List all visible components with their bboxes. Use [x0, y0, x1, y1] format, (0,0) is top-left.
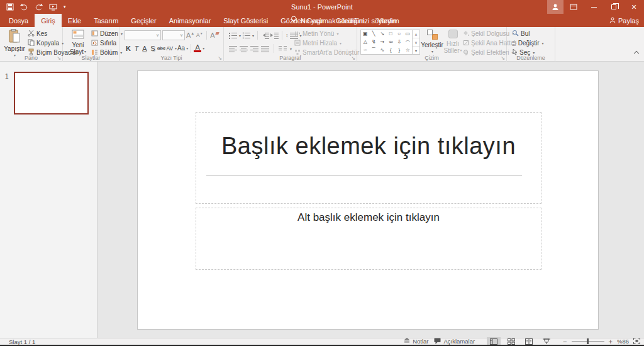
bold-button[interactable]: K [125, 43, 132, 53]
shape-glyph[interactable]: △ [361, 38, 370, 47]
shape-glyph[interactable]: □ [387, 30, 396, 38]
group-label-slides: Slaytlar [63, 55, 119, 61]
columns-icon[interactable] [279, 45, 287, 52]
bullets-icon[interactable] [229, 32, 237, 39]
shape-glyph[interactable]: ○ [395, 30, 404, 38]
shape-glyph[interactable]: ↘ [378, 30, 387, 38]
reset-button[interactable]: Sıfırla [91, 38, 123, 48]
close-button[interactable]: × [624, 0, 644, 14]
fit-to-window-icon[interactable] [633, 338, 640, 345]
gallery-down-icon[interactable]: ∨ [413, 38, 419, 47]
tab-dosya[interactable]: Dosya [3, 14, 35, 27]
shape-glyph[interactable]: ∽ [361, 46, 370, 54]
text-shadow-button[interactable]: S [149, 43, 157, 53]
restore-button[interactable] [604, 0, 624, 14]
font-name-select[interactable]: ∨ [125, 30, 161, 40]
shape-glyph[interactable]: ☆ [404, 46, 413, 54]
shape-glyph[interactable]: ▣ [361, 30, 370, 38]
shape-glyph[interactable]: ▭ [404, 30, 413, 38]
select-dropdown-icon: ▾ [533, 50, 535, 55]
decrease-indent-icon[interactable] [261, 32, 269, 39]
underline-button[interactable]: A [141, 43, 148, 53]
font-dialog-launcher[interactable]: ↘ [218, 56, 222, 61]
clear-formatting-button[interactable]: A [210, 31, 218, 40]
zoom-level[interactable]: %86 [617, 338, 629, 345]
text-direction-button[interactable]: Metin Yönü ▾ [294, 29, 364, 38]
increase-font-size-button[interactable]: A▲ [186, 31, 194, 40]
tab-slayt-gosterisi[interactable]: Slayt Gösterisi [217, 14, 274, 27]
start-slideshow-icon[interactable] [49, 4, 57, 11]
increase-indent-icon[interactable] [270, 32, 279, 39]
gallery-more-icon[interactable]: ▾ [413, 47, 419, 54]
slide[interactable]: Başlık eklemek için tıklayın Alt başlık … [137, 70, 599, 330]
shape-glyph[interactable]: ⇦ [387, 38, 396, 47]
tell-me-label: Ne yapmak istediğinizi söyleyin [301, 17, 396, 25]
quick-styles-button[interactable]: Hızlı Stiller▾ [443, 30, 463, 54]
zoom-out-button[interactable]: − [563, 338, 567, 345]
shape-glyph[interactable]: ◠ [404, 38, 413, 47]
arrange-button[interactable]: Yerleştir ▾ [421, 30, 443, 55]
strikethrough-button[interactable]: abc [157, 43, 165, 53]
undo-icon[interactable] [20, 4, 28, 11]
layout-button[interactable]: Düzen ▾ [91, 29, 123, 38]
find-button[interactable]: Bul [512, 29, 544, 38]
text-direction-dropdown-icon: ▾ [336, 31, 338, 36]
align-text-button[interactable]: Metni Hizala ▾ [294, 38, 364, 48]
tab-tasarim[interactable]: Tasarım [87, 14, 125, 27]
shape-glyph[interactable]: ⌒ [370, 46, 379, 54]
customize-qat-icon[interactable]: ▾ [64, 4, 66, 9]
collapse-ribbon-icon[interactable] [635, 47, 638, 58]
clipboard-dialog-launcher[interactable]: ↘ [57, 56, 61, 61]
save-icon[interactable] [6, 3, 14, 11]
comments-button[interactable]: Açıklamalar [434, 338, 475, 345]
arrange-icon [427, 30, 438, 40]
shape-glyph[interactable]: } [395, 46, 404, 54]
shape-glyph[interactable]: ⇝ [378, 38, 387, 47]
numbering-icon[interactable] [242, 32, 250, 39]
search-icon [512, 30, 519, 38]
redo-icon[interactable] [35, 4, 43, 11]
justify-icon[interactable] [261, 45, 269, 52]
tab-animasyonlar[interactable]: Animasyonlar [163, 14, 218, 27]
layout-icon [91, 30, 98, 38]
shape-glyph[interactable]: ∿ [378, 46, 387, 54]
shape-outline-label: Şekil Ana Hattı [471, 40, 513, 47]
shapes-gallery[interactable]: ▣ ╲ ↘ □ ○ ▭ △ ↯ ⇝ ⇦ ⇩ ◠ ∽ ⌒ ∿ { } ☆ [360, 30, 413, 55]
notes-button[interactable]: Notlar [404, 338, 428, 345]
title-placeholder[interactable]: Başlık eklemek için tıklayın [196, 112, 541, 204]
shape-glyph[interactable]: { [387, 46, 396, 54]
window-controls: × [547, 0, 644, 14]
italic-button[interactable]: T [133, 43, 140, 53]
ribbon-display-options-icon[interactable] [564, 0, 584, 14]
replace-button[interactable]: abac Değiştir ▾ [512, 38, 544, 48]
share-button[interactable]: Paylaş [609, 14, 639, 27]
minimize-button[interactable] [584, 0, 604, 14]
tab-gecisler[interactable]: Geçişler [125, 14, 162, 27]
account-avatar[interactable] [547, 0, 564, 14]
decrease-font-size-button[interactable]: A▼ [196, 31, 203, 40]
change-case-button[interactable]: Aa [177, 43, 185, 53]
align-left-icon[interactable] [229, 45, 237, 52]
zoom-in-button[interactable]: + [609, 338, 613, 345]
shape-glyph[interactable]: ↯ [370, 38, 379, 47]
character-spacing-button[interactable]: AV [166, 43, 174, 53]
shape-glyph[interactable]: ╲ [370, 30, 379, 38]
slide-thumbnail[interactable] [14, 72, 89, 114]
tab-giris[interactable]: Giriş [35, 14, 62, 27]
drawing-dialog-launcher[interactable]: ↘ [501, 56, 505, 61]
zoom-slider-thumb[interactable] [587, 338, 589, 344]
gallery-up-icon[interactable]: ∧ [413, 30, 419, 38]
new-slide-button[interactable]: Yeni Slayt▾ [67, 29, 89, 55]
align-right-icon[interactable] [250, 45, 258, 52]
align-center-icon[interactable] [240, 45, 248, 52]
slide-thumbnail-panel[interactable]: 1 [0, 62, 97, 338]
font-color-button[interactable]: A [194, 44, 201, 52]
tab-ekle[interactable]: Ekle [62, 14, 87, 27]
subtitle-placeholder[interactable]: Alt başlık eklemek için tıklayın [196, 208, 541, 270]
tell-me-box[interactable]: Ne yapmak istediğinizi söyleyin [291, 14, 396, 27]
zoom-slider[interactable] [572, 341, 604, 342]
font-size-select[interactable]: ∨ [162, 30, 185, 40]
paragraph-dialog-launcher[interactable]: ↘ [351, 56, 355, 61]
shape-glyph[interactable]: ⇩ [395, 38, 404, 47]
numbering-dropdown-icon: ▾ [252, 33, 254, 38]
